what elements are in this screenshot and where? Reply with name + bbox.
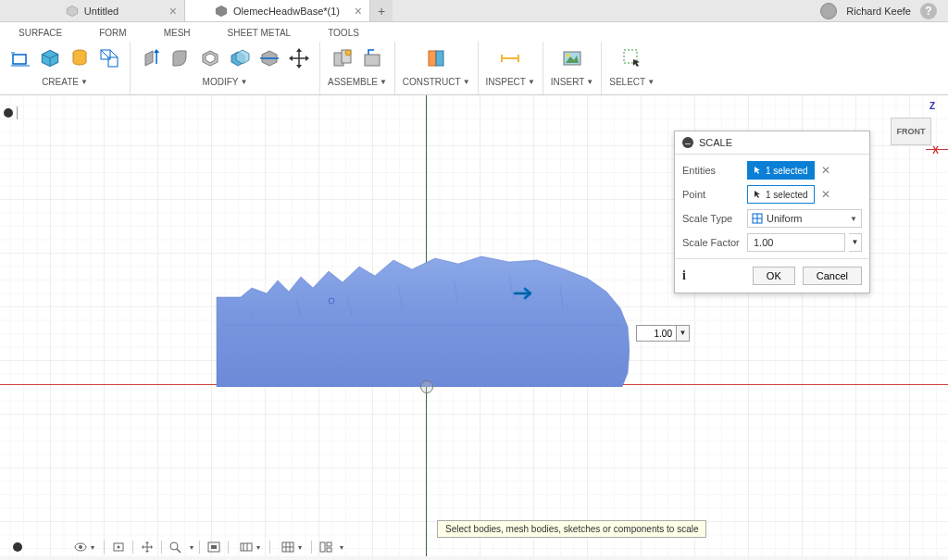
- scale-type-select[interactable]: Uniform ▼: [747, 209, 862, 228]
- navigation-bar: ▾ ▾ ▾ ▾ ▾: [0, 538, 948, 556]
- dialog-footer: i OK Cancel: [675, 258, 869, 292]
- group-label-construct[interactable]: CONSTRUCT▼: [403, 77, 470, 87]
- scale-inline-input[interactable]: ▼: [636, 325, 690, 342]
- chevron-down-icon[interactable]: ▼: [849, 233, 862, 252]
- document-tab-inactive[interactable]: Untitled ×: [0, 0, 185, 21]
- group-select: SELECT▼: [602, 42, 662, 94]
- user-name[interactable]: Richard Keefe: [846, 6, 911, 17]
- tab-label: Untitled: [84, 6, 118, 17]
- create-sketch-icon[interactable]: [7, 45, 33, 71]
- measure-icon[interactable]: [497, 45, 523, 71]
- group-label-assemble[interactable]: ASSEMBLE▼: [328, 77, 387, 87]
- joint-icon[interactable]: [330, 45, 356, 71]
- display-settings-icon[interactable]: [238, 541, 255, 554]
- press-pull-icon[interactable]: [138, 45, 164, 71]
- extrude-icon[interactable]: [67, 45, 93, 71]
- svg-rect-52: [320, 542, 325, 552]
- add-tab-button[interactable]: +: [370, 0, 393, 21]
- svg-marker-15: [296, 48, 302, 52]
- svg-point-40: [118, 546, 120, 549]
- chevron-down-icon[interactable]: ▾: [91, 543, 94, 552]
- cancel-button[interactable]: Cancel: [803, 267, 862, 285]
- info-icon[interactable]: i: [682, 268, 686, 283]
- point-selection[interactable]: 1 selected: [747, 185, 815, 204]
- entities-selection[interactable]: 1 selected: [747, 161, 815, 180]
- chevron-down-icon[interactable]: ▾: [190, 543, 193, 552]
- group-insert: INSERT▼: [543, 42, 602, 94]
- as-built-joint-icon[interactable]: [359, 45, 385, 71]
- combine-icon[interactable]: [227, 45, 253, 71]
- clear-icon[interactable]: ✕: [818, 164, 833, 177]
- avatar[interactable]: [820, 3, 837, 19]
- svg-line-42: [177, 549, 181, 553]
- pan-icon[interactable]: [139, 541, 156, 554]
- mesh-model[interactable]: [213, 253, 630, 387]
- insert-decal-icon[interactable]: [559, 45, 585, 71]
- box-primitive-icon[interactable]: [37, 45, 63, 71]
- ribbon-tab-tools[interactable]: TOOLS: [328, 28, 359, 38]
- grid-settings-icon[interactable]: [280, 541, 296, 554]
- browser-toggle[interactable]: [4, 106, 18, 119]
- ribbon-tab-sheet-metal[interactable]: SHEET METAL: [228, 28, 292, 38]
- look-at-icon[interactable]: [110, 541, 127, 554]
- fit-icon[interactable]: [206, 541, 222, 554]
- chevron-down-icon[interactable]: ▾: [256, 543, 260, 552]
- group-label-select[interactable]: SELECT▼: [609, 77, 655, 87]
- uniform-icon: [752, 213, 763, 224]
- help-icon[interactable]: ?: [920, 3, 937, 19]
- scale-dialog: – SCALE Entities 1 selected ✕ Point 1 se…: [674, 131, 870, 293]
- sketch-plane-icon[interactable]: [96, 45, 122, 71]
- group-label-insert[interactable]: INSERT▼: [551, 77, 593, 87]
- group-inspect: INSPECT▼: [479, 42, 543, 94]
- viewport-layout-icon[interactable]: [318, 541, 334, 554]
- scale-manipulator[interactable]: [512, 284, 538, 303]
- collapse-icon[interactable]: –: [682, 137, 693, 148]
- dialog-header[interactable]: – SCALE: [675, 131, 869, 155]
- row-scale-type: Scale Type Uniform ▼: [682, 206, 862, 230]
- ribbon-tab-surface[interactable]: SURFACE: [19, 28, 62, 38]
- svg-rect-44: [211, 545, 217, 549]
- x-axis-label: X: [932, 145, 939, 156]
- ribbon-tab-mesh[interactable]: MESH: [164, 28, 191, 38]
- clear-icon[interactable]: ✕: [818, 188, 833, 201]
- divider: [17, 106, 18, 119]
- zoom-icon[interactable]: [168, 541, 184, 554]
- select-icon[interactable]: [619, 45, 645, 71]
- chevron-down-icon[interactable]: ▾: [340, 543, 343, 552]
- svg-rect-2: [13, 55, 26, 64]
- split-icon[interactable]: [256, 45, 282, 71]
- chevron-down-icon: ▼: [380, 78, 387, 86]
- orbit-icon[interactable]: [72, 541, 89, 554]
- svg-marker-16: [296, 65, 302, 68]
- view-cube-face[interactable]: FRONT: [891, 118, 931, 145]
- entities-label: Entities: [682, 165, 743, 176]
- close-icon[interactable]: ×: [355, 4, 362, 19]
- scale-value-input[interactable]: [636, 325, 677, 342]
- group-label-create[interactable]: CREATE▼: [42, 77, 88, 87]
- shell-icon[interactable]: [197, 45, 223, 71]
- group-modify: MODIFY▼: [131, 42, 320, 94]
- ribbon-tab-form[interactable]: FORM: [99, 28, 126, 38]
- ok-button[interactable]: OK: [753, 267, 795, 285]
- dialog-title: SCALE: [699, 137, 732, 148]
- svg-point-41: [170, 542, 178, 550]
- group-label-modify[interactable]: MODIFY▼: [203, 77, 248, 87]
- chevron-down-icon[interactable]: ▼: [677, 325, 690, 342]
- move-icon[interactable]: [286, 45, 312, 71]
- svg-marker-0: [67, 6, 77, 16]
- chevron-down-icon[interactable]: ▾: [298, 543, 302, 552]
- scale-factor-label: Scale Factor: [682, 237, 743, 248]
- svg-marker-11: [154, 49, 159, 53]
- chevron-down-icon: ▼: [240, 78, 247, 86]
- document-tab-active[interactable]: OlemecHeadwBase*(1) ×: [185, 0, 370, 21]
- scale-factor-input[interactable]: 1.00: [747, 233, 845, 252]
- view-cube[interactable]: Z FRONT X: [885, 103, 937, 155]
- construct-plane-icon[interactable]: [423, 45, 449, 71]
- svg-line-8: [101, 50, 108, 57]
- viewport[interactable]: ▼ Z FRONT X – SCALE Entities 1 selected …: [0, 95, 948, 556]
- fillet-icon[interactable]: [168, 45, 193, 71]
- group-label-inspect[interactable]: INSPECT▼: [486, 77, 535, 87]
- close-icon[interactable]: ×: [169, 4, 177, 19]
- comments-toggle[interactable]: [13, 542, 22, 554]
- origin-indicator[interactable]: [420, 380, 433, 393]
